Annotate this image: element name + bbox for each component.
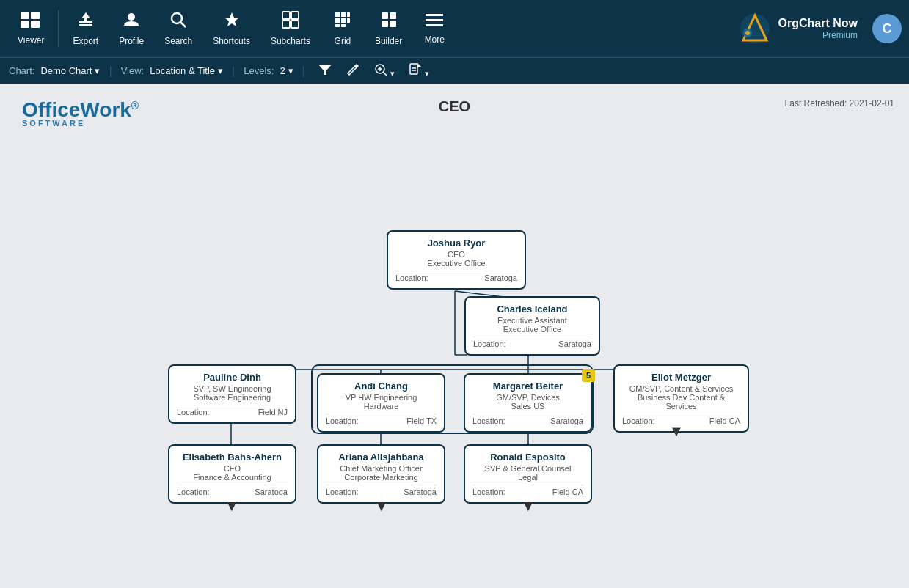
andi-node[interactable]: Andi Chang VP HW Engineering Hardware Lo… [317, 373, 445, 433]
svg-rect-1 [31, 12, 40, 19]
nav-item-shortcuts[interactable]: Shortcuts [202, 5, 260, 52]
svg-point-7 [128, 13, 135, 21]
pauline-name: Pauline Dinh [177, 372, 288, 383]
chart-selector[interactable]: Demo Chart ▾ [40, 65, 100, 76]
levels-selector[interactable]: 2 ▾ [280, 65, 293, 76]
svg-rect-19 [341, 18, 346, 23]
grid-icon [334, 11, 351, 33]
ronald-node[interactable]: Ronald Esposito SVP & General Counsel Le… [464, 444, 592, 504]
subcharts-label: Subcharts [271, 36, 310, 46]
top-navigation: Viewer Export Profile Search [0, 0, 909, 57]
user-avatar[interactable]: C [872, 14, 902, 43]
export-doc-button[interactable]: ▾ [405, 62, 433, 81]
main-canvas: OfficeWork® SOFTWARE CEO Last Refreshed:… [0, 84, 909, 588]
filter-button[interactable] [314, 63, 336, 79]
elisabeth-node[interactable]: Elisabeth Bahs-Ahern CFO Finance & Accou… [168, 444, 296, 504]
shortcuts-icon [223, 11, 241, 33]
svg-rect-4 [79, 21, 92, 23]
svg-rect-14 [291, 21, 299, 28]
ceo-dept: Executive Office [395, 259, 517, 268]
svg-rect-16 [341, 12, 346, 17]
profile-icon [123, 11, 140, 33]
svg-rect-26 [390, 21, 396, 27]
view-selector[interactable]: Location & Title ▾ [150, 65, 223, 76]
nav-item-subcharts[interactable]: Subcharts [260, 5, 321, 52]
profile-label: Profile [119, 36, 144, 46]
nav-item-profile[interactable]: Profile [109, 5, 154, 52]
svg-rect-12 [291, 12, 299, 19]
arrow-down-andi: ▼ [374, 498, 389, 515]
nav-item-more[interactable]: More [412, 7, 456, 51]
eliot-title: GM/SVP, Content & Services [622, 384, 740, 393]
eliot-dept: Business Dev Content & Services [622, 393, 740, 411]
margaret-node[interactable]: 5 Margaret Beiter GM/SVP, Devices Sales … [464, 373, 592, 433]
svg-rect-23 [382, 12, 388, 19]
svg-point-8 [172, 13, 182, 23]
levels-label: Levels: [244, 65, 274, 76]
svg-rect-13 [282, 21, 290, 28]
margaret-title: GM/SVP, Devices [472, 393, 583, 402]
pauline-node[interactable]: Pauline Dinh SVP, SW Engineering Softwar… [168, 364, 296, 424]
svg-rect-17 [347, 12, 350, 17]
ceo-location: Location: Saratoga [395, 271, 517, 282]
nav-item-viewer[interactable]: Viewer [7, 6, 54, 51]
edit-button[interactable] [342, 62, 364, 81]
nav-item-search[interactable]: Search [154, 5, 202, 52]
svg-rect-21 [335, 24, 340, 27]
ceo-title: CEO [395, 250, 517, 259]
nav-item-export[interactable]: Export [62, 5, 109, 52]
andi-title: VP HW Engineering [326, 393, 437, 402]
zoom-button[interactable]: ▾ [370, 62, 399, 81]
arrow-down-pauline: ▼ [224, 498, 239, 515]
elisabeth-name: Elisabeth Bahs-Ahern [177, 452, 288, 463]
elisabeth-title: CFO [177, 464, 288, 473]
officework-logo: OfficeWork® SOFTWARE [22, 98, 139, 128]
svg-marker-10 [224, 12, 239, 26]
svg-rect-18 [335, 18, 340, 23]
export-label: Export [73, 36, 98, 46]
ronald-name: Ronald Esposito [472, 452, 583, 463]
nav-item-grid[interactable]: Grid [321, 5, 365, 52]
viewer-label: Viewer [18, 35, 44, 45]
ariana-node[interactable]: Ariana Alisjahbana Chief Marketing Offic… [317, 444, 445, 504]
svg-rect-2 [21, 21, 29, 28]
ceo-node[interactable]: Joshua Ryor CEO Executive Office Locatio… [387, 230, 526, 290]
brand-subtitle: Premium [778, 30, 858, 40]
svg-rect-39 [410, 64, 417, 74]
assistant-location: Location: Saratoga [473, 337, 591, 348]
viewer-icon [21, 12, 41, 32]
svg-rect-27 [426, 14, 443, 16]
andi-name: Andi Chang [326, 381, 437, 392]
toolbar-sep-1: | [109, 65, 112, 78]
svg-point-33 [745, 31, 750, 35]
svg-rect-15 [335, 12, 340, 17]
svg-marker-6 [81, 12, 90, 21]
assistant-name: Charles Iceland [473, 304, 591, 315]
nav-item-builder[interactable]: Builder [365, 5, 412, 52]
connector-lines [0, 84, 909, 588]
shortcuts-label: Shortcuts [213, 36, 250, 46]
pauline-dept: Software Engineering [177, 393, 288, 402]
andi-dept: Hardware [326, 402, 437, 411]
svg-rect-5 [79, 24, 92, 26]
brand-name: OrgChart Now [778, 17, 858, 30]
toolbar: Chart: Demo Chart ▾ | View: Location & T… [0, 57, 909, 84]
brand-area: OrgChart Now Premium C [739, 12, 902, 45]
brand-logo-icon [739, 12, 771, 45]
svg-rect-24 [390, 12, 396, 19]
builder-label: Builder [375, 36, 402, 46]
more-icon [426, 12, 443, 32]
pauline-title: SVP, SW Engineering [177, 384, 288, 393]
margaret-location: Location: Saratoga [472, 414, 583, 425]
svg-rect-11 [282, 12, 290, 19]
arrow-down-margaret: ▼ [521, 498, 536, 515]
ronald-dept: Legal [472, 473, 583, 482]
chart-label: Chart: [9, 65, 34, 76]
toolbar-sep-2: | [232, 65, 235, 78]
assistant-node[interactable]: Charles Iceland Executive Assistant Exec… [464, 296, 600, 356]
svg-line-36 [383, 72, 387, 76]
ariana-location: Location: Saratoga [326, 485, 437, 496]
assistant-dept: Executive Office [473, 325, 591, 334]
ariana-name: Ariana Alisjahbana [326, 452, 437, 463]
view-label: View: [121, 65, 145, 76]
